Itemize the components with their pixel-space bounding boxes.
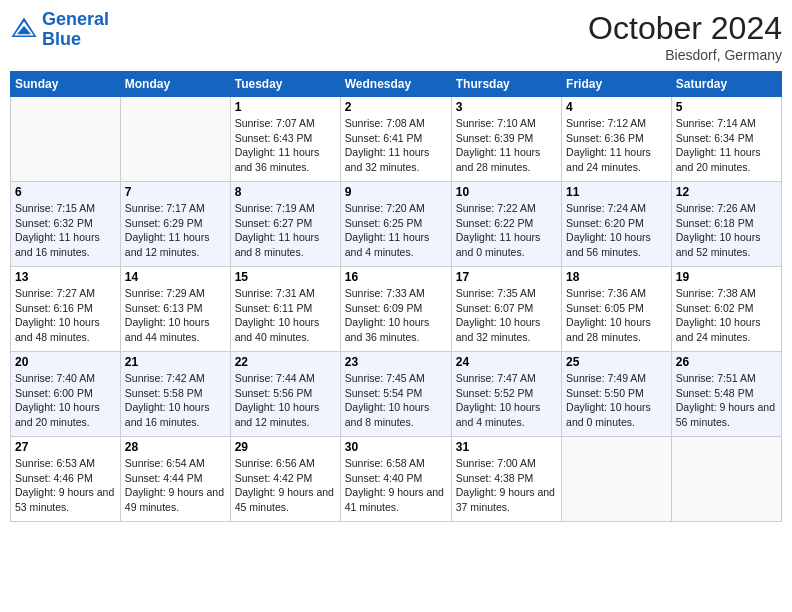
logo: General Blue	[10, 10, 109, 50]
calendar-cell: 23Sunrise: 7:45 AMSunset: 5:54 PMDayligh…	[340, 352, 451, 437]
day-number: 16	[345, 270, 447, 284]
day-number: 21	[125, 355, 226, 369]
day-number: 5	[676, 100, 777, 114]
logo-text: General Blue	[42, 10, 109, 50]
calendar-cell: 31Sunrise: 7:00 AMSunset: 4:38 PMDayligh…	[451, 437, 561, 522]
day-detail: Sunrise: 7:44 AMSunset: 5:56 PMDaylight:…	[235, 371, 336, 430]
calendar-cell	[671, 437, 781, 522]
weekday-header-row: SundayMondayTuesdayWednesdayThursdayFrid…	[11, 72, 782, 97]
calendar-cell: 24Sunrise: 7:47 AMSunset: 5:52 PMDayligh…	[451, 352, 561, 437]
day-number: 11	[566, 185, 667, 199]
month-title: October 2024	[588, 10, 782, 47]
day-number: 22	[235, 355, 336, 369]
calendar-week-row: 6Sunrise: 7:15 AMSunset: 6:32 PMDaylight…	[11, 182, 782, 267]
title-block: October 2024 Biesdorf, Germany	[588, 10, 782, 63]
calendar-week-row: 1Sunrise: 7:07 AMSunset: 6:43 PMDaylight…	[11, 97, 782, 182]
calendar-cell: 7Sunrise: 7:17 AMSunset: 6:29 PMDaylight…	[120, 182, 230, 267]
day-number: 20	[15, 355, 116, 369]
calendar-cell: 5Sunrise: 7:14 AMSunset: 6:34 PMDaylight…	[671, 97, 781, 182]
calendar-cell: 13Sunrise: 7:27 AMSunset: 6:16 PMDayligh…	[11, 267, 121, 352]
day-number: 12	[676, 185, 777, 199]
day-detail: Sunrise: 7:20 AMSunset: 6:25 PMDaylight:…	[345, 201, 447, 260]
day-number: 9	[345, 185, 447, 199]
weekday-header: Friday	[562, 72, 672, 97]
calendar-cell: 2Sunrise: 7:08 AMSunset: 6:41 PMDaylight…	[340, 97, 451, 182]
day-detail: Sunrise: 7:14 AMSunset: 6:34 PMDaylight:…	[676, 116, 777, 175]
day-detail: Sunrise: 7:17 AMSunset: 6:29 PMDaylight:…	[125, 201, 226, 260]
calendar-cell: 1Sunrise: 7:07 AMSunset: 6:43 PMDaylight…	[230, 97, 340, 182]
day-number: 8	[235, 185, 336, 199]
weekday-header: Sunday	[11, 72, 121, 97]
calendar-cell	[11, 97, 121, 182]
calendar-cell: 27Sunrise: 6:53 AMSunset: 4:46 PMDayligh…	[11, 437, 121, 522]
calendar-week-row: 13Sunrise: 7:27 AMSunset: 6:16 PMDayligh…	[11, 267, 782, 352]
day-number: 15	[235, 270, 336, 284]
day-detail: Sunrise: 6:58 AMSunset: 4:40 PMDaylight:…	[345, 456, 447, 515]
day-number: 3	[456, 100, 557, 114]
day-detail: Sunrise: 7:07 AMSunset: 6:43 PMDaylight:…	[235, 116, 336, 175]
day-number: 26	[676, 355, 777, 369]
day-number: 13	[15, 270, 116, 284]
calendar-cell: 10Sunrise: 7:22 AMSunset: 6:22 PMDayligh…	[451, 182, 561, 267]
day-detail: Sunrise: 7:10 AMSunset: 6:39 PMDaylight:…	[456, 116, 557, 175]
day-number: 31	[456, 440, 557, 454]
day-detail: Sunrise: 7:51 AMSunset: 5:48 PMDaylight:…	[676, 371, 777, 430]
calendar-cell: 22Sunrise: 7:44 AMSunset: 5:56 PMDayligh…	[230, 352, 340, 437]
calendar-cell: 9Sunrise: 7:20 AMSunset: 6:25 PMDaylight…	[340, 182, 451, 267]
day-number: 24	[456, 355, 557, 369]
day-detail: Sunrise: 7:15 AMSunset: 6:32 PMDaylight:…	[15, 201, 116, 260]
day-number: 6	[15, 185, 116, 199]
weekday-header: Saturday	[671, 72, 781, 97]
calendar-cell	[562, 437, 672, 522]
logo-icon	[10, 16, 38, 44]
logo-line1: General	[42, 9, 109, 29]
weekday-header: Wednesday	[340, 72, 451, 97]
calendar-cell: 18Sunrise: 7:36 AMSunset: 6:05 PMDayligh…	[562, 267, 672, 352]
calendar-cell	[120, 97, 230, 182]
calendar-week-row: 27Sunrise: 6:53 AMSunset: 4:46 PMDayligh…	[11, 437, 782, 522]
day-detail: Sunrise: 7:47 AMSunset: 5:52 PMDaylight:…	[456, 371, 557, 430]
day-number: 17	[456, 270, 557, 284]
day-detail: Sunrise: 6:56 AMSunset: 4:42 PMDaylight:…	[235, 456, 336, 515]
calendar-cell: 19Sunrise: 7:38 AMSunset: 6:02 PMDayligh…	[671, 267, 781, 352]
calendar-cell: 14Sunrise: 7:29 AMSunset: 6:13 PMDayligh…	[120, 267, 230, 352]
day-detail: Sunrise: 7:42 AMSunset: 5:58 PMDaylight:…	[125, 371, 226, 430]
day-number: 7	[125, 185, 226, 199]
calendar-week-row: 20Sunrise: 7:40 AMSunset: 6:00 PMDayligh…	[11, 352, 782, 437]
calendar-cell: 30Sunrise: 6:58 AMSunset: 4:40 PMDayligh…	[340, 437, 451, 522]
day-detail: Sunrise: 7:40 AMSunset: 6:00 PMDaylight:…	[15, 371, 116, 430]
calendar-cell: 11Sunrise: 7:24 AMSunset: 6:20 PMDayligh…	[562, 182, 672, 267]
day-number: 28	[125, 440, 226, 454]
day-detail: Sunrise: 7:45 AMSunset: 5:54 PMDaylight:…	[345, 371, 447, 430]
day-detail: Sunrise: 6:53 AMSunset: 4:46 PMDaylight:…	[15, 456, 116, 515]
calendar-cell: 8Sunrise: 7:19 AMSunset: 6:27 PMDaylight…	[230, 182, 340, 267]
day-number: 14	[125, 270, 226, 284]
calendar-cell: 4Sunrise: 7:12 AMSunset: 6:36 PMDaylight…	[562, 97, 672, 182]
calendar-cell: 28Sunrise: 6:54 AMSunset: 4:44 PMDayligh…	[120, 437, 230, 522]
day-detail: Sunrise: 7:24 AMSunset: 6:20 PMDaylight:…	[566, 201, 667, 260]
calendar-cell: 3Sunrise: 7:10 AMSunset: 6:39 PMDaylight…	[451, 97, 561, 182]
day-number: 19	[676, 270, 777, 284]
calendar-cell: 25Sunrise: 7:49 AMSunset: 5:50 PMDayligh…	[562, 352, 672, 437]
day-number: 25	[566, 355, 667, 369]
calendar-cell: 20Sunrise: 7:40 AMSunset: 6:00 PMDayligh…	[11, 352, 121, 437]
day-number: 27	[15, 440, 116, 454]
day-detail: Sunrise: 7:38 AMSunset: 6:02 PMDaylight:…	[676, 286, 777, 345]
calendar-cell: 6Sunrise: 7:15 AMSunset: 6:32 PMDaylight…	[11, 182, 121, 267]
calendar-cell: 16Sunrise: 7:33 AMSunset: 6:09 PMDayligh…	[340, 267, 451, 352]
calendar-cell: 21Sunrise: 7:42 AMSunset: 5:58 PMDayligh…	[120, 352, 230, 437]
calendar-table: SundayMondayTuesdayWednesdayThursdayFrid…	[10, 71, 782, 522]
day-detail: Sunrise: 7:27 AMSunset: 6:16 PMDaylight:…	[15, 286, 116, 345]
day-detail: Sunrise: 7:36 AMSunset: 6:05 PMDaylight:…	[566, 286, 667, 345]
day-detail: Sunrise: 7:19 AMSunset: 6:27 PMDaylight:…	[235, 201, 336, 260]
day-detail: Sunrise: 7:35 AMSunset: 6:07 PMDaylight:…	[456, 286, 557, 345]
day-number: 18	[566, 270, 667, 284]
weekday-header: Thursday	[451, 72, 561, 97]
day-number: 10	[456, 185, 557, 199]
calendar-cell: 29Sunrise: 6:56 AMSunset: 4:42 PMDayligh…	[230, 437, 340, 522]
day-detail: Sunrise: 7:08 AMSunset: 6:41 PMDaylight:…	[345, 116, 447, 175]
location-subtitle: Biesdorf, Germany	[588, 47, 782, 63]
logo-line2: Blue	[42, 29, 81, 49]
weekday-header: Tuesday	[230, 72, 340, 97]
day-number: 30	[345, 440, 447, 454]
